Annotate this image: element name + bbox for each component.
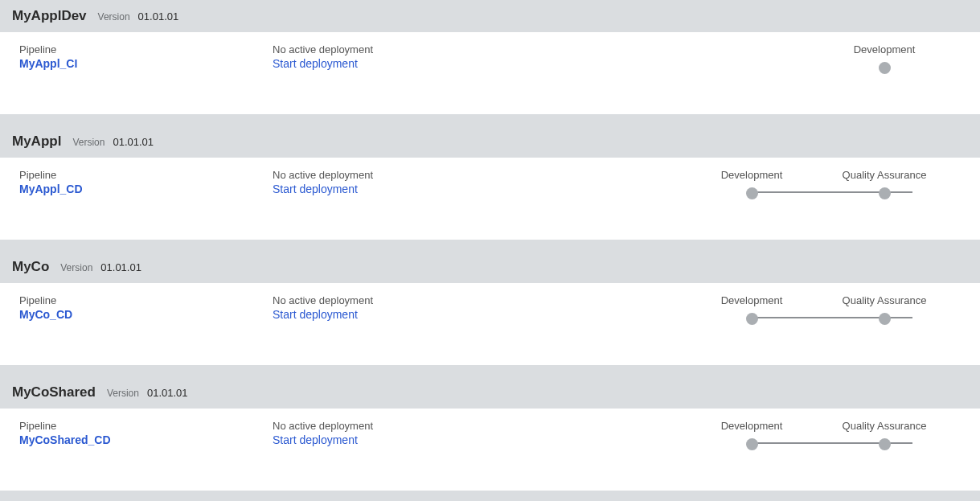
deployment-column: No active deployment Start deployment <box>273 43 594 74</box>
stages-track: Development <box>832 43 937 74</box>
stages-track: Development Quality Assurance <box>671 169 937 199</box>
pipeline-column: Pipeline MyCo_CD <box>19 294 273 325</box>
application-body: Pipeline MyCoShared_CD No active deploym… <box>0 409 980 491</box>
application-body: Pipeline MyAppl_CI No active deployment … <box>0 32 980 114</box>
version-value: 01.01.01 <box>138 10 179 23</box>
stage-label: Development <box>832 43 937 55</box>
stages-column: Development Quality Assurance <box>594 294 961 325</box>
pipeline-link[interactable]: MyAppl_CD <box>19 183 83 195</box>
stage-label: Development <box>671 420 832 432</box>
stage-dot-icon <box>879 62 891 74</box>
deployment-status: No active deployment <box>273 43 594 55</box>
stage-development: Development <box>832 43 937 74</box>
pipeline-label: Pipeline <box>19 294 273 306</box>
version-label: Version <box>72 137 105 148</box>
version-value: 01.01.01 <box>113 136 154 148</box>
stage-label: Quality Assurance <box>832 294 937 306</box>
deployment-column: No active deployment Start deployment <box>273 420 594 450</box>
stage-quality-assurance: Quality Assurance <box>832 420 937 450</box>
applications-list: MyApplDev Version 01.01.01 Pipeline MyAp… <box>0 0 980 491</box>
application-body: Pipeline MyAppl_CD No active deployment … <box>0 158 980 240</box>
deployment-status: No active deployment <box>273 169 594 181</box>
stages-track: Development Quality Assurance <box>671 294 937 325</box>
version-label: Version <box>107 388 139 399</box>
start-deployment-link[interactable]: Start deployment <box>273 433 358 446</box>
application-header: MyCoShared Version 01.01.01 <box>0 376 980 409</box>
pipeline-label: Pipeline <box>19 43 273 55</box>
pipeline-link[interactable]: MyCoShared_CD <box>19 433 111 446</box>
application-header: MyCo Version 01.01.01 <box>0 251 980 283</box>
pipeline-column: Pipeline MyAppl_CI <box>19 43 273 74</box>
stage-development: Development <box>671 294 832 325</box>
pipeline-label: Pipeline <box>19 169 273 181</box>
start-deployment-link[interactable]: Start deployment <box>273 183 358 195</box>
stage-label: Development <box>671 169 832 181</box>
pipeline-link[interactable]: MyCo_CD <box>19 308 72 321</box>
start-deployment-link[interactable]: Start deployment <box>273 308 358 321</box>
stage-label: Quality Assurance <box>832 420 937 432</box>
application-card: MyCoShared Version 01.01.01 Pipeline MyC… <box>0 376 980 491</box>
pipeline-label: Pipeline <box>19 420 273 432</box>
stage-dot-icon <box>746 438 758 450</box>
stage-dot-icon <box>879 187 891 199</box>
deployment-column: No active deployment Start deployment <box>273 169 594 199</box>
stage-quality-assurance: Quality Assurance <box>832 294 937 325</box>
application-name: MyApplDev <box>12 8 87 24</box>
stages-column: Development <box>594 43 961 74</box>
application-card: MyApplDev Version 01.01.01 Pipeline MyAp… <box>0 0 980 114</box>
application-header: MyApplDev Version 01.01.01 <box>0 0 980 32</box>
pipeline-link[interactable]: MyAppl_CI <box>19 57 77 70</box>
stage-quality-assurance: Quality Assurance <box>832 169 937 199</box>
application-card: MyCo Version 01.01.01 Pipeline MyCo_CD N… <box>0 251 980 365</box>
stage-development: Development <box>671 169 832 199</box>
deployment-status: No active deployment <box>273 294 594 306</box>
stages-column: Development Quality Assurance <box>594 169 961 199</box>
stage-label: Quality Assurance <box>832 169 937 181</box>
stage-development: Development <box>671 420 832 450</box>
application-name: MyCo <box>12 259 49 275</box>
stage-label: Development <box>671 294 832 306</box>
stage-dot-icon <box>879 438 891 450</box>
application-name: MyAppl <box>12 133 61 150</box>
deployment-status: No active deployment <box>273 420 594 432</box>
start-deployment-link[interactable]: Start deployment <box>273 57 358 70</box>
deployment-column: No active deployment Start deployment <box>273 294 594 325</box>
version-label: Version <box>98 11 130 23</box>
version-value: 01.01.01 <box>147 387 188 399</box>
stage-dot-icon <box>746 313 758 325</box>
stages-column: Development Quality Assurance <box>594 420 961 450</box>
stage-dot-icon <box>879 313 891 325</box>
version-value: 01.01.01 <box>100 261 141 273</box>
application-card: MyAppl Version 01.01.01 Pipeline MyAppl_… <box>0 125 980 240</box>
stages-track: Development Quality Assurance <box>671 420 937 450</box>
pipeline-column: Pipeline MyAppl_CD <box>19 169 273 199</box>
version-label: Version <box>60 262 92 273</box>
application-header: MyAppl Version 01.01.01 <box>0 125 980 158</box>
application-name: MyCoShared <box>12 384 96 400</box>
pipeline-column: Pipeline MyCoShared_CD <box>19 420 273 450</box>
stage-dot-icon <box>746 187 758 199</box>
application-body: Pipeline MyCo_CD No active deployment St… <box>0 283 980 365</box>
